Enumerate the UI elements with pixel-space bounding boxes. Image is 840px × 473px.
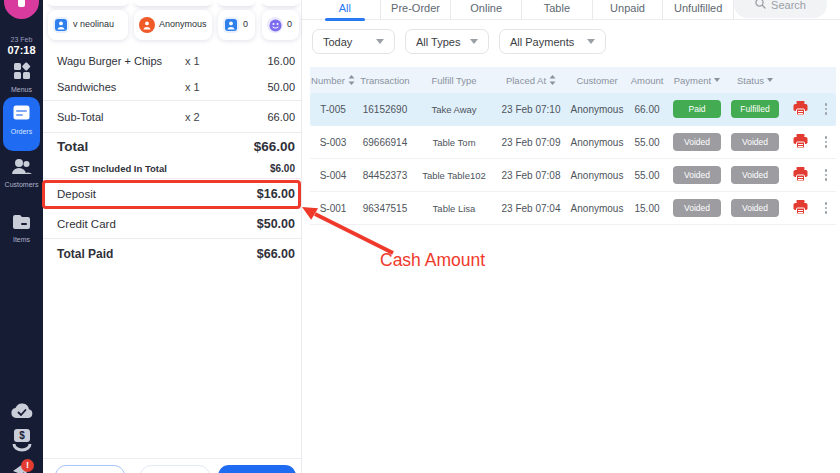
footer-action-button-2[interactable]	[140, 465, 210, 473]
column-label: Placed At	[506, 75, 546, 86]
cell-number: S-001	[310, 203, 356, 214]
notification-badge: !	[21, 459, 34, 472]
column-label: Number	[311, 75, 345, 86]
item-amount: 50.00	[245, 81, 295, 93]
sidebar-date: 23 Feb	[0, 36, 43, 43]
cell-status: Fulfilled	[726, 100, 784, 118]
table-row[interactable]: S-004 84452373 Table Table102 23 Feb 07:…	[310, 159, 836, 192]
table-row[interactable]: T-005 16152690 Take Away 23 Feb 07:10 An…	[310, 93, 836, 126]
column-label: Payment	[674, 75, 712, 86]
printer-icon[interactable]	[793, 200, 808, 216]
order-status-badge: Voided	[731, 199, 779, 217]
column-label: Fulfill Type	[431, 75, 476, 86]
cell-amount: 55.00	[626, 137, 668, 148]
filter-bar: Today All Types All Payments	[312, 29, 606, 54]
tab[interactable]: Pre-Order	[381, 0, 452, 20]
cell-number: S-003	[310, 137, 356, 148]
column-payment[interactable]: Payment	[668, 75, 726, 86]
sort-icon	[348, 75, 355, 85]
subtotal-row: Sub-Total x 2 66.00	[43, 101, 302, 132]
sidebar: 23 Feb 07:18 Menus Orders Customers Item…	[0, 0, 43, 473]
column-status[interactable]: Status	[726, 75, 784, 86]
cash-drawer-icon[interactable]: $	[0, 428, 43, 456]
cell-amount: 66.00	[626, 104, 668, 115]
bill-items: Wagu Burger + Chips x 1 16.00 Sandwiches…	[43, 48, 302, 100]
column-label: Amount	[631, 75, 664, 86]
credit-card-amount: $50.00	[207, 217, 295, 231]
printer-icon[interactable]	[793, 167, 808, 183]
tab-label: Unfulfilled	[674, 2, 722, 14]
cloud-sync-icon[interactable]	[0, 402, 43, 423]
row-menu-icon[interactable]	[825, 136, 828, 148]
footer-primary-button[interactable]	[218, 465, 296, 473]
cell-payment: Voided	[668, 199, 726, 217]
footer-action-button-1[interactable]	[55, 465, 125, 473]
order-status-badge: Voided	[731, 166, 779, 184]
cell-transaction: 96347515	[356, 203, 414, 214]
cell-print	[784, 167, 816, 183]
subtotal-amount: 66.00	[245, 111, 295, 123]
date-filter-select[interactable]: Today	[312, 29, 395, 54]
table-row[interactable]: S-001 96347515 Table Lisa 23 Feb 07:04 A…	[310, 192, 836, 225]
cell-status: Voided	[726, 133, 784, 151]
printer-icon[interactable]	[793, 101, 808, 117]
search-input[interactable]: Search	[734, 0, 827, 18]
column-placed-at[interactable]: Placed At	[494, 75, 568, 86]
payment-filter-select[interactable]: All Payments	[499, 29, 606, 54]
chip-label: Anonymous	[159, 20, 207, 30]
column-amount: Amount	[626, 75, 668, 86]
filter-value: All Types	[416, 36, 460, 48]
total-paid-row: Total Paid $66.00	[43, 239, 302, 268]
table-row[interactable]: S-003 69666914 Table Tom 23 Feb 07:09 An…	[310, 126, 836, 159]
cell-customer: Anonymous	[568, 170, 626, 181]
item-name: Sandwiches	[57, 81, 185, 93]
column-number[interactable]: Number	[310, 75, 356, 86]
sort-icon	[549, 75, 556, 85]
order-panel: v neolinau Anonymous 0 0 W	[43, 0, 302, 473]
clipped-card	[218, 0, 255, 6]
printer-icon[interactable]	[793, 134, 808, 150]
clipped-card	[262, 0, 299, 6]
row-menu-icon[interactable]	[825, 169, 828, 181]
cell-actions	[816, 103, 836, 115]
cell-number: S-004	[310, 170, 356, 181]
deposit-amount: $16.00	[207, 187, 295, 201]
total-row: Total $66.00	[43, 133, 302, 159]
column-label: Status	[737, 75, 764, 86]
annotation-label: Cash Amount	[380, 250, 485, 271]
sidebar-item-items[interactable]: Items	[0, 214, 43, 243]
tab[interactable]: Table	[522, 0, 593, 20]
row-menu-icon[interactable]	[825, 202, 828, 214]
tab[interactable]: All	[310, 0, 381, 20]
table-header: Number Transaction Fulfill Type Placed A…	[310, 67, 836, 93]
row-menu-icon[interactable]	[825, 103, 828, 115]
column-customer: Customer	[568, 75, 626, 86]
sidebar-item-orders[interactable]: Orders	[3, 97, 40, 151]
sidebar-item-label: Customers	[0, 181, 43, 188]
customer-chip[interactable]: Anonymous	[134, 10, 212, 40]
payment-status-badge: Voided	[673, 166, 721, 184]
tab[interactable]: Online	[451, 0, 522, 20]
filter-value: Today	[323, 36, 352, 48]
column-label: Transaction	[360, 75, 409, 86]
sidebar-item-label: Menus	[0, 86, 43, 93]
counter-chip[interactable]: 0	[218, 10, 255, 40]
filter-value: All Payments	[510, 36, 574, 48]
tab[interactable]: Unpaid	[593, 0, 664, 20]
sidebar-item-menus[interactable]: Menus	[0, 62, 43, 93]
cell-fulfill-type: Table Table102	[414, 170, 494, 181]
cell-actions	[816, 169, 836, 181]
table-body: T-005 16152690 Take Away 23 Feb 07:10 An…	[310, 93, 836, 225]
type-filter-select[interactable]: All Types	[405, 29, 489, 54]
deposit-row: Deposit $16.00	[43, 179, 302, 208]
cell-placed-at: 23 Feb 07:10	[494, 104, 568, 115]
tab-label: Unpaid	[610, 2, 645, 14]
cell-placed-at: 23 Feb 07:08	[494, 170, 568, 181]
tab[interactable]: Unfulfilled	[663, 0, 734, 20]
customer-chip[interactable]: v neolinau	[48, 10, 128, 40]
cell-transaction: 16152690	[356, 104, 414, 115]
column-transaction: Transaction	[356, 75, 414, 86]
sidebar-item-customers[interactable]: Customers	[0, 158, 43, 188]
counter-chip[interactable]: 0	[262, 10, 299, 40]
total-amount: $66.00	[185, 139, 295, 154]
